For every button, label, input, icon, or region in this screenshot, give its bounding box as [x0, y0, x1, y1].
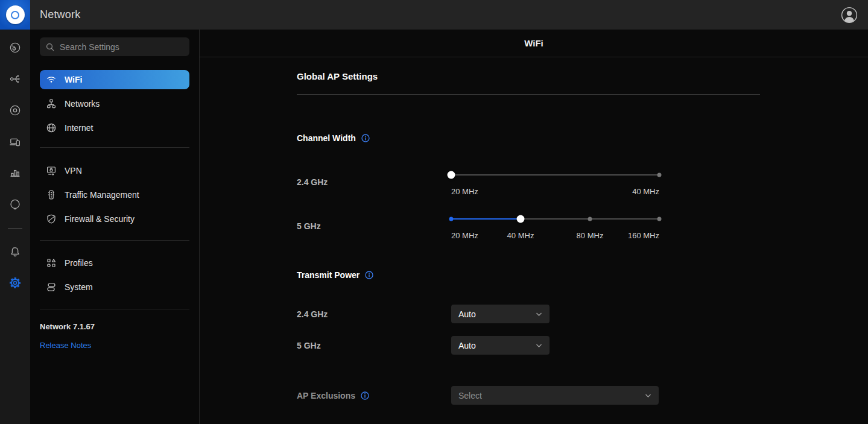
settings-sidebar: WiFi Networks Internet: [30, 30, 200, 424]
sidebar-item-label: VPN: [65, 166, 82, 176]
chevron-down-icon: [645, 393, 651, 398]
unifi-logo-circle: [6, 5, 25, 24]
sidebar-divider: [40, 309, 189, 309]
profiles-icon: [46, 258, 57, 268]
sidebar-item-label: Internet: [65, 123, 93, 133]
rail-divider: [0, 220, 30, 236]
section-title: Global AP Settings: [297, 71, 868, 81]
networks-icon: [46, 98, 57, 109]
sidebar-item-vpn[interactable]: VPN: [40, 161, 189, 180]
sidebar-item-wifi[interactable]: WiFi: [40, 70, 189, 89]
shield-icon: [46, 214, 57, 224]
rail-wifiman-button[interactable]: [0, 189, 30, 220]
slider-labels: 20 MHz40 MHz80 MHz160 MHz: [451, 231, 659, 240]
icon-rail: [0, 30, 30, 424]
ap-exclusions-row: AP Exclusions Select: [297, 386, 868, 405]
rail-notifications-button[interactable]: [0, 236, 30, 267]
section-divider: [297, 94, 760, 95]
sidebar-item-networks[interactable]: Networks: [40, 94, 189, 113]
devices-icon: [9, 104, 21, 116]
sidebar-item-profiles[interactable]: Profiles: [40, 253, 189, 273]
slider-tick-label: 160 MHz: [628, 231, 659, 240]
transmit-power-label: Transmit Power: [297, 270, 868, 280]
settings-search[interactable]: [40, 37, 189, 56]
user-avatar[interactable]: [841, 7, 858, 24]
rail-dashboard-button[interactable]: [0, 32, 30, 63]
sidebar-item-label: Profiles: [65, 258, 93, 268]
chevron-down-icon: [536, 312, 542, 317]
sidebar-item-label: Firewall & Security: [65, 214, 135, 224]
traffic-light-icon: [46, 189, 57, 200]
slider-tick-label: 80 MHz: [577, 231, 604, 240]
sidebar-item-label: Traffic Management: [65, 190, 139, 200]
info-icon[interactable]: [361, 391, 369, 400]
transmit-power-row-24ghz: 2.4 GHz Auto: [297, 305, 868, 323]
slider-tick-label: 20 MHz: [451, 187, 478, 196]
slider-track[interactable]: [451, 171, 659, 179]
transmit-power-select-5ghz[interactable]: Auto: [451, 336, 550, 355]
info-icon[interactable]: [361, 134, 370, 142]
slider-handle[interactable]: [448, 171, 455, 179]
slider-tick-dot[interactable]: [657, 217, 662, 221]
slider-tick-dot[interactable]: [588, 217, 592, 221]
unifi-logo[interactable]: [0, 0, 30, 30]
rail-clients-button[interactable]: [0, 126, 30, 157]
vpn-icon: [46, 165, 57, 176]
channel-width-slider-5ghz[interactable]: 20 MHz40 MHz80 MHz160 MHz: [451, 215, 659, 240]
release-notes-link[interactable]: Release Notes: [40, 341, 189, 350]
user-avatar-icon: [841, 7, 858, 24]
app-version: Network 7.1.67: [40, 322, 189, 331]
rail-statistics-button[interactable]: [0, 157, 30, 189]
search-input[interactable]: [60, 42, 180, 52]
topology-icon: [9, 73, 21, 85]
sidebar-item-label: WiFi: [65, 75, 82, 84]
dropdown-value: Auto: [458, 341, 476, 350]
gear-icon: [8, 276, 22, 290]
band-label: 2.4 GHz: [297, 171, 451, 196]
slider-tick-dot[interactable]: [449, 217, 454, 221]
info-icon[interactable]: [365, 271, 373, 279]
wifi-icon: [46, 74, 57, 85]
main-panel: WiFi Global AP Settings Channel Width 2.…: [200, 30, 868, 424]
sidebar-item-system[interactable]: System: [40, 277, 189, 297]
slider-tick-label: 40 MHz: [632, 187, 659, 196]
transmit-power-select-24ghz[interactable]: Auto: [451, 305, 550, 323]
sidebar-item-label: Networks: [65, 99, 100, 109]
slider-track[interactable]: [451, 215, 659, 223]
sidebar-divider: [40, 147, 189, 148]
slider-tick-dot[interactable]: [657, 173, 662, 177]
slider-tick-label: 40 MHz: [507, 231, 534, 240]
ap-exclusions-select[interactable]: Select: [451, 386, 659, 405]
ap-exclusions-label: AP Exclusions: [297, 391, 451, 400]
band-label: 5 GHz: [297, 215, 451, 240]
bell-icon: [9, 245, 21, 258]
dashboard-icon: [9, 42, 21, 54]
clients-icon: [9, 136, 21, 148]
slider-labels: 20 MHz40 MHz: [451, 187, 659, 196]
channel-width-row-5ghz: 5 GHz 20 MHz40 MHz80 MHz160 MHz: [297, 215, 868, 240]
channel-width-label: Channel Width: [297, 133, 868, 143]
dropdown-placeholder: Select: [458, 391, 482, 400]
chevron-down-icon: [536, 343, 542, 348]
sidebar-item-traffic-management[interactable]: Traffic Management: [40, 185, 189, 204]
sidebar-item-firewall-security[interactable]: Firewall & Security: [40, 209, 189, 229]
slider-tick-label: 20 MHz: [451, 231, 478, 240]
slider-handle[interactable]: [517, 215, 525, 223]
channel-width-row-24ghz: 2.4 GHz 20 MHz40 MHz: [297, 171, 868, 196]
rail-devices-button[interactable]: [0, 95, 30, 126]
statistics-icon: [9, 167, 21, 179]
rail-settings-button[interactable]: [0, 267, 30, 299]
sidebar-item-internet[interactable]: Internet: [40, 118, 189, 138]
transmit-power-row-5ghz: 5 GHz Auto: [297, 336, 868, 355]
channel-width-slider-24ghz[interactable]: 20 MHz40 MHz: [451, 171, 659, 196]
page-title: WiFi: [200, 30, 868, 57]
sidebar-divider: [40, 240, 189, 241]
search-icon: [45, 42, 55, 52]
internet-icon: [46, 122, 57, 133]
dropdown-value: Auto: [458, 309, 476, 319]
app-title: Network: [40, 8, 80, 21]
wifiman-icon: [9, 198, 21, 210]
rail-topology-button[interactable]: [0, 63, 30, 95]
sidebar-item-label: System: [65, 282, 93, 292]
band-label: 2.4 GHz: [297, 309, 451, 319]
